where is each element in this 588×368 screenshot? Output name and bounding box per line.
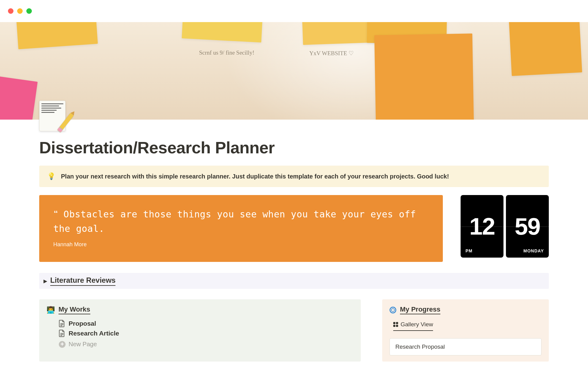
quote-icon: ❝ [53,209,58,219]
callout-text: Plan your next research with this simple… [61,173,449,180]
clock-minute-tile: 59 MONDAY [506,195,549,258]
toggle-literature-reviews[interactable]: ▶ Literature Reviews [39,273,549,289]
progress-ring-icon [390,307,396,313]
works-item-proposal[interactable]: Proposal [47,319,353,328]
clock-hour-tile: 12 PM [461,195,503,258]
toggle-triangle-icon: ▶ [43,278,47,284]
gallery-item-title: Research Proposal [395,343,445,350]
my-works-header[interactable]: 👨‍💻 My Works [47,305,353,314]
clock-minute: 59 [515,213,540,240]
works-item-research-article[interactable]: Research Article [47,328,353,338]
clock-meridiem: PM [466,248,473,253]
sticky-note-decor [182,22,265,43]
quote-block[interactable]: ❝Obstacles are those things you see when… [39,195,443,262]
quote-text: ❝Obstacles are those things you see when… [53,207,429,236]
page-icon[interactable] [39,101,66,131]
my-progress-header[interactable]: My Progress [390,305,541,314]
plus-icon: + [59,341,66,348]
bulb-icon: 💡 [47,172,55,180]
document-icon [59,330,65,337]
close-window-button[interactable] [8,8,13,14]
callout-block[interactable]: 💡 Plan your next research with this simp… [39,166,549,187]
my-works-section[interactable]: 👨‍💻 My Works Proposal Research Article +… [39,299,361,362]
new-page-button[interactable]: + New Page [47,338,353,348]
gallery-grid-icon [393,322,398,327]
clock-widget[interactable]: 12 PM 59 MONDAY [461,195,549,262]
clock-hour: 12 [469,213,495,240]
works-item-label: Proposal [69,320,96,327]
page-title[interactable]: Dissertation/Research Planner [39,138,549,157]
works-item-label: Research Article [69,330,119,337]
window-titlebar [0,0,588,22]
my-progress-section[interactable]: My Progress Gallery View Research Propos… [382,299,549,362]
gallery-view-tab[interactable]: Gallery View [393,321,433,331]
quote-author: Hannah More [53,241,429,248]
maximize-window-button[interactable] [26,8,32,14]
gallery-view-label: Gallery View [401,321,433,328]
sticky-note-decor [13,22,98,49]
clock-day: MONDAY [523,248,544,253]
my-progress-title: My Progress [400,305,440,314]
minimize-window-button[interactable] [17,8,23,14]
pencil-icon [57,113,74,132]
works-emoji-icon: 👨‍💻 [47,306,55,314]
sticky-note-decor [508,22,582,76]
my-works-title: My Works [58,305,90,314]
document-icon [59,320,65,327]
new-page-label: New Page [69,341,97,348]
progress-gallery-item[interactable]: Research Proposal [390,338,541,355]
toggle-title: Literature Reviews [50,276,115,286]
cover-handwriting: Scrnf us 9/ fine Secilly! [199,49,254,57]
cover-handwriting: YxV WEBSITE ♡ [309,50,354,57]
